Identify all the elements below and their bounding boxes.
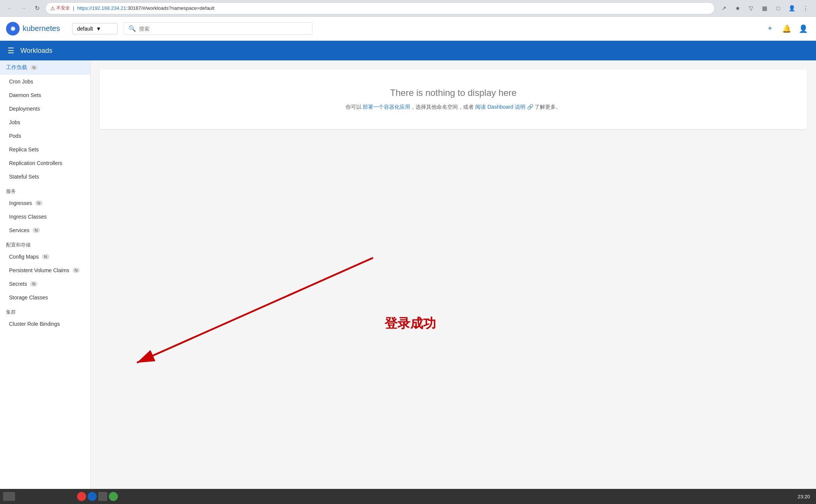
empty-state-card: There is nothing to display here 你可以 部署一… — [100, 69, 807, 129]
config-group-label: 配置和存储 — [0, 237, 90, 250]
empty-state-title: There is nothing to display here — [109, 88, 798, 98]
pvc-badge: N — [73, 268, 80, 273]
search-bar[interactable]: 🔍 — [124, 22, 312, 35]
sidebar-item-pods[interactable]: Pods — [0, 129, 90, 143]
address-url: https://192.168.234.21:30187/#/workloads… — [77, 5, 214, 11]
insecure-badge: ⚠ 不安全 — [50, 5, 70, 11]
app-header: ⎈ kubernetes default ▼ 🔍 + 🔔 👤 — [0, 17, 816, 41]
sidebar-item-cron-jobs[interactable]: Cron Jobs — [0, 75, 90, 88]
cluster-group-label: 集群 — [0, 304, 90, 317]
taskbar: 23:20 — [0, 489, 816, 504]
sidebar-item-cluster-role-bindings[interactable]: Cluster Role Bindings — [0, 317, 90, 331]
config-maps-badge: N — [42, 254, 49, 259]
app-name: kubernetes — [23, 24, 60, 33]
services-group-label: 服务 — [0, 183, 90, 196]
sidebar-item-deployments[interactable]: Deployments — [0, 102, 90, 116]
back-button[interactable]: ← — [5, 3, 15, 14]
sidebar-item-ingress-classes[interactable]: Ingress Classes — [0, 210, 90, 223]
sidebar-item-daemon-sets[interactable]: Daemon Sets — [0, 88, 90, 102]
sidebar-item-pvc[interactable]: Persistent Volume Claims N — [0, 264, 90, 277]
namespace-dropdown-icon: ▼ — [96, 26, 101, 32]
kubernetes-logo-icon: ⎈ — [6, 22, 20, 35]
namespace-value: default — [77, 26, 93, 32]
logo-area: ⎈ kubernetes — [6, 22, 60, 35]
sidebar-item-stateful-sets[interactable]: Stateful Sets — [0, 170, 90, 183]
sidebar-item-secrets[interactable]: Secrets N — [0, 277, 90, 291]
sidebar-item-workloads[interactable]: 工作负载 N — [0, 60, 90, 75]
browser-chrome: ← → ↻ ⚠ 不安全 | https://192.168.234.21:301… — [0, 0, 816, 17]
sidebar-item-jobs[interactable]: Jobs — [0, 116, 90, 129]
workloads-badge: N — [30, 65, 38, 70]
browser-actions: ↗ ★ ▽ ▦ □ 👤 ⋮ — [718, 2, 811, 14]
window-button[interactable]: □ — [772, 2, 784, 14]
share-button[interactable]: ↗ — [718, 2, 730, 14]
page-title: Workloads — [20, 47, 53, 55]
forward-button[interactable]: → — [18, 3, 29, 14]
empty-state-description: 你可以 部署一个容器化应用，选择其他命名空间，或者 阅读 Dashboard 说… — [109, 103, 798, 111]
sidebar-item-services[interactable]: Services N — [0, 223, 90, 237]
menu-button[interactable]: ⋮ — [799, 2, 811, 14]
secrets-badge: N — [30, 281, 37, 287]
taskbar-time: 23:20 — [797, 494, 813, 499]
main-layout: 工作负载 N Cron Jobs Daemon Sets Deployments… — [0, 60, 816, 504]
reload-button[interactable]: ↻ — [32, 3, 42, 14]
content-area: There is nothing to display here 你可以 部署一… — [91, 60, 816, 504]
sidebar-item-ingresses[interactable]: Ingresses N — [0, 196, 90, 210]
sidebar-item-config-maps[interactable]: Config Maps N — [0, 250, 90, 264]
deploy-link[interactable]: 部署一个容器化应用 — [363, 104, 410, 110]
search-icon: 🔍 — [128, 25, 136, 32]
extension-button[interactable]: ▽ — [745, 2, 757, 14]
tab-manager-button[interactable]: ▦ — [759, 2, 771, 14]
header-actions: + 🔔 👤 — [763, 22, 810, 35]
workloads-label: 工作负载 — [6, 64, 27, 71]
services-badge: N — [32, 228, 40, 233]
ingresses-badge: N — [35, 200, 43, 206]
sidebar-item-storage-classes[interactable]: Storage Classes — [0, 291, 90, 304]
profile-button[interactable]: 👤 — [786, 2, 798, 14]
add-button[interactable]: + — [763, 22, 777, 35]
svg-text:⎈: ⎈ — [11, 24, 15, 32]
hamburger-button[interactable]: ☰ — [6, 45, 16, 57]
address-bar[interactable]: ⚠ 不安全 | https://192.168.234.21:30187/#/w… — [45, 2, 715, 14]
sidebar-item-replication-controllers[interactable]: Replication Controllers — [0, 156, 90, 170]
bookmark-button[interactable]: ★ — [731, 2, 743, 14]
dashboard-docs-link[interactable]: 阅读 Dashboard 说明 🔗 — [475, 104, 533, 110]
notification-button[interactable]: 🔔 — [780, 22, 793, 35]
page-title-bar: ☰ Workloads — [0, 41, 816, 60]
sidebar-item-replica-sets[interactable]: Replica Sets — [0, 143, 90, 156]
user-profile-button[interactable]: 👤 — [796, 22, 810, 35]
sidebar: 工作负载 N Cron Jobs Daemon Sets Deployments… — [0, 60, 91, 504]
namespace-selector[interactable]: default ▼ — [72, 23, 117, 34]
search-input[interactable] — [139, 26, 308, 32]
